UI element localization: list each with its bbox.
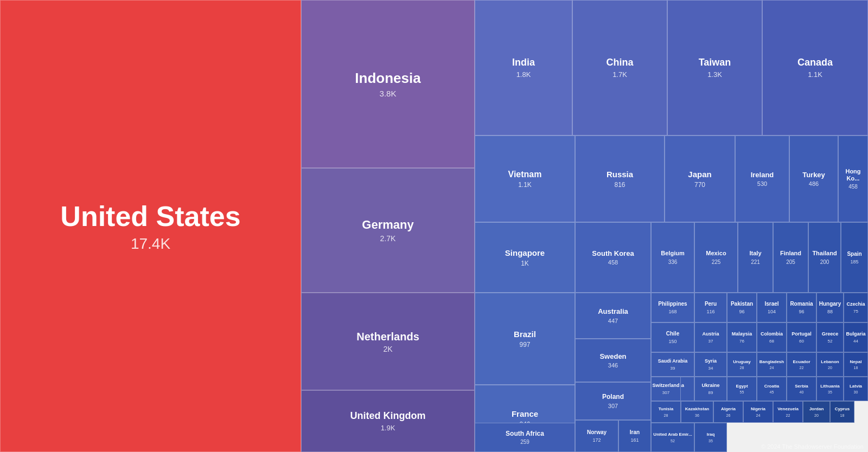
treemap-cell[interactable]: Japan770 — [665, 135, 735, 222]
cell-country-value: 116 — [706, 309, 714, 314]
cell-country-name: Latvia — [850, 384, 862, 389]
treemap-cell[interactable]: Ukraine89 — [694, 377, 727, 401]
treemap-cell[interactable]: Norway172 — [575, 420, 618, 452]
cell-country-name: Poland — [602, 393, 624, 401]
treemap-cell[interactable]: Portugal60 — [787, 322, 816, 352]
cell-country-value: 168 — [668, 309, 676, 314]
cell-country-name: Japan — [688, 170, 711, 179]
cell-country-value: 770 — [694, 181, 705, 189]
treemap-cell[interactable]: Bulgaria44 — [844, 322, 868, 352]
cell-country-name: Iran — [630, 429, 640, 436]
treemap-cell[interactable]: Singapore1K — [475, 222, 575, 293]
treemap-cell[interactable]: Hong Ko...458 — [838, 135, 868, 222]
cell-country-value: 205 — [786, 259, 795, 265]
treemap-cell[interactable]: Saudi Arabia39 — [651, 352, 694, 377]
treemap-cell[interactable]: Netherlands2K — [301, 293, 475, 390]
treemap-cell[interactable]: Mexico225 — [694, 222, 738, 293]
cell-country-name: Australia — [598, 307, 628, 316]
treemap-cell[interactable]: Vietnam1.1K — [475, 135, 575, 222]
treemap-cell[interactable]: United States17.4K — [0, 0, 301, 452]
cell-country-name: Greece — [822, 331, 839, 337]
treemap-cell[interactable]: Peru116 — [694, 293, 727, 322]
treemap-cell[interactable]: Czechia75 — [844, 293, 868, 322]
treemap-cell[interactable]: South Korea458 — [575, 222, 651, 293]
cell-country-value: 44 — [853, 339, 858, 344]
treemap-cell[interactable]: Venezuela22 — [773, 401, 803, 423]
treemap-cell[interactable]: South Africa259 — [475, 423, 575, 452]
treemap-cell[interactable]: Uruguay28 — [727, 352, 757, 377]
treemap-cell[interactable]: China1.7K — [572, 0, 667, 135]
treemap-cell[interactable]: Israel104 — [757, 293, 787, 322]
treemap-cell[interactable]: Tunisia28 — [651, 401, 681, 423]
treemap-cell[interactable]: Malaysia76 — [727, 322, 757, 352]
cell-country-name: Singapore — [505, 248, 545, 258]
cell-country-name: Malaysia — [732, 331, 752, 337]
cell-country-value: 37 — [709, 339, 713, 344]
treemap-cell[interactable]: Indonesia3.8K — [301, 0, 475, 168]
treemap-cell[interactable]: Lebanon20 — [816, 352, 844, 377]
treemap-cell[interactable]: Latvia30 — [844, 377, 868, 401]
cell-country-value: 40 — [800, 390, 804, 394]
treemap-cell[interactable]: Australia447 — [575, 293, 651, 339]
cell-country-name: Nigeria — [751, 406, 765, 412]
cell-country-name: United Arab Emir... — [653, 432, 692, 437]
cell-country-value: 20 — [828, 366, 832, 370]
treemap-cell[interactable]: Colombia68 — [757, 322, 787, 352]
cell-country-value: 3.8K — [380, 89, 397, 98]
cell-country-value: 259 — [520, 439, 529, 445]
treemap-cell[interactable]: Taiwan1.3K — [667, 0, 762, 135]
cell-country-name: Brazil — [514, 330, 536, 339]
treemap-cell[interactable]: Kazakhstan36 — [681, 401, 713, 423]
treemap-cell[interactable]: Egypt55 — [727, 377, 757, 401]
treemap-cell[interactable]: Switzerland307 — [651, 377, 681, 401]
treemap-container: United States17.4KIndonesia3.8KGermany2.… — [0, 0, 868, 452]
treemap-cell[interactable]: Cyprus18 — [830, 401, 854, 423]
treemap-cell[interactable]: Iran161 — [618, 420, 651, 452]
treemap-cell[interactable]: India1.8K — [475, 0, 572, 135]
treemap-cell[interactable]: United Kingdom1.9K — [301, 390, 475, 452]
treemap-cell[interactable]: Belgium336 — [651, 222, 694, 293]
treemap-cell[interactable]: Serbia40 — [787, 377, 816, 401]
cell-country-value: 1.9K — [381, 424, 395, 432]
treemap-cell[interactable]: Pakistan96 — [727, 293, 757, 322]
cell-country-value: 1.1K — [518, 181, 532, 189]
treemap-cell[interactable]: Greece52 — [816, 322, 844, 352]
cell-country-value: 816 — [614, 181, 625, 189]
treemap-cell[interactable]: Ireland530 — [735, 135, 789, 222]
treemap-cell[interactable]: Syria34 — [694, 352, 727, 377]
treemap-cell[interactable]: Finland205 — [773, 222, 808, 293]
treemap-cell[interactable]: Germany2.7K — [301, 168, 475, 293]
cell-country-value: 26 — [726, 414, 731, 417]
cell-country-value: 307 — [608, 403, 618, 409]
treemap-cell[interactable]: Iraq35 — [694, 423, 727, 452]
treemap-cell[interactable]: Romania96 — [787, 293, 816, 322]
cell-country-name: Turkey — [802, 171, 825, 179]
treemap-cell[interactable]: Chile150 — [651, 322, 694, 352]
treemap-cell[interactable]: Sweden346 — [575, 339, 651, 382]
cell-country-name: Croatia — [764, 384, 780, 389]
treemap-cell[interactable]: Brazil997 — [475, 293, 575, 385]
treemap-cell[interactable]: Spain185 — [841, 222, 868, 293]
treemap-cell[interactable]: Thailand200 — [808, 222, 841, 293]
treemap-cell[interactable]: Poland307 — [575, 382, 651, 420]
treemap-cell[interactable]: Italy221 — [738, 222, 773, 293]
treemap-cell[interactable]: Hungary88 — [816, 293, 844, 322]
treemap-cell[interactable]: Nigeria24 — [743, 401, 773, 423]
treemap-cell[interactable]: Algeria26 — [713, 401, 743, 423]
cell-country-name: Serbia — [795, 384, 808, 389]
treemap-cell[interactable]: Ecuador22 — [787, 352, 816, 377]
treemap-cell[interactable]: United Arab Emir...52 — [651, 423, 694, 452]
cell-country-value: 52 — [828, 339, 833, 344]
treemap-cell[interactable]: Russia816 — [575, 135, 665, 222]
treemap-cell[interactable]: Bangladesh24 — [757, 352, 787, 377]
treemap-cell[interactable]: Jordan20 — [803, 401, 830, 423]
treemap-cell[interactable]: Turkey486 — [789, 135, 838, 222]
treemap-cell[interactable]: Canada1.1K — [762, 0, 868, 135]
cell-country-name: Portugal — [792, 331, 812, 337]
treemap-cell[interactable]: Lithuania35 — [816, 377, 844, 401]
treemap-cell[interactable]: Croatia45 — [757, 377, 787, 401]
treemap-cell[interactable]: Philippines168 — [651, 293, 694, 322]
treemap-cell[interactable]: Austria37 — [694, 322, 727, 352]
treemap-cell[interactable]: Nepal18 — [844, 352, 868, 377]
cell-country-name: Russia — [607, 170, 633, 179]
